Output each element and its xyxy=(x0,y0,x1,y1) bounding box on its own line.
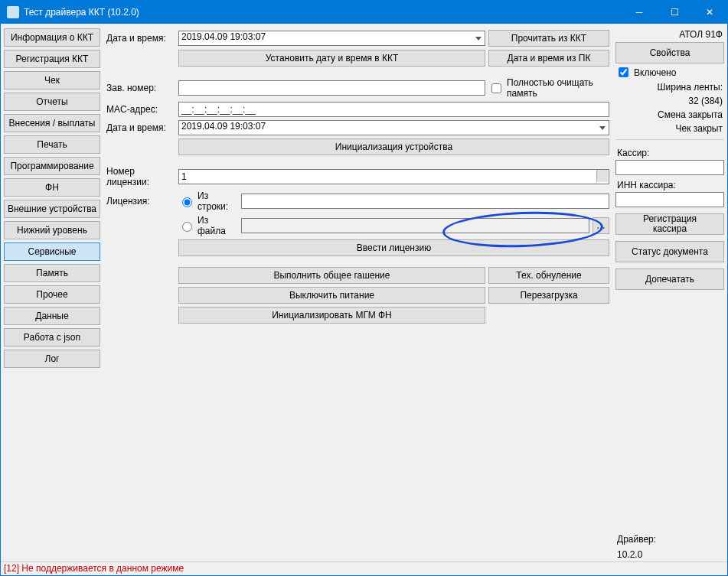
title-bar: Тест драйвера ККТ (10.2.0) ─ ☐ ✕ xyxy=(1,1,727,24)
driver-label: Драйвер: xyxy=(615,534,724,545)
label-license: Лицензия: xyxy=(106,196,175,207)
browse-file-button[interactable]: … xyxy=(593,217,609,234)
datetime-combo-1[interactable]: 2019.04.09 19:03:07 xyxy=(178,31,485,46)
tech-reset-button[interactable]: Тех. обнуление xyxy=(488,267,609,284)
nav-регистрация-ккт[interactable]: Регистрация ККТ xyxy=(4,50,100,68)
nav-лог[interactable]: Лог xyxy=(4,350,100,368)
status-bar: [12] Не поддерживается в данном режиме xyxy=(1,561,727,575)
shift-status: Смена закрыта xyxy=(615,109,724,121)
clear-memory-check[interactable] xyxy=(491,83,501,93)
label-datetime-2: Дата и время: xyxy=(106,122,175,133)
clear-memory-checkbox[interactable]: Полностью очищать память xyxy=(488,77,609,99)
maximize-button[interactable]: ☐ xyxy=(657,1,692,24)
nav-отчеты[interactable]: Отчеты xyxy=(4,93,100,111)
properties-button[interactable]: Свойства xyxy=(615,42,724,63)
nav-внешние-устройства[interactable]: Внешние устройства xyxy=(4,200,100,218)
read-kkt-button[interactable]: Прочитать из ККТ xyxy=(488,30,609,47)
driver-version: 10.2.0 xyxy=(615,549,724,560)
nav-внесения-выплаты[interactable]: Внесения / выплаты xyxy=(4,114,100,132)
tape-width-value: 32 (384) xyxy=(615,95,724,107)
license-no-input[interactable] xyxy=(178,169,609,184)
nav-программирование[interactable]: Программирование xyxy=(4,157,100,175)
init-mgm-fn-button[interactable]: Инициализировать МГМ ФН xyxy=(178,307,485,324)
label-mac: MAC-адрес: xyxy=(106,104,175,115)
init-device-button[interactable]: Инициализация устройства xyxy=(178,138,609,155)
cashier-input[interactable] xyxy=(615,160,724,175)
label-datetime: Дата и время: xyxy=(106,33,175,44)
set-license-button[interactable]: Ввести лицензию xyxy=(178,239,609,256)
license-file-input xyxy=(241,218,589,233)
model-label: АТОЛ 91Ф xyxy=(615,28,724,41)
nav-чек[interactable]: Чек xyxy=(4,71,100,89)
left-nav: Информация о ККТРегистрация ККТЧекОтчеты… xyxy=(4,28,100,560)
window-title: Тест драйвера ККТ (10.2.0) xyxy=(24,7,622,18)
label-serial: Зав. номер: xyxy=(106,83,175,93)
finish-print-button[interactable]: Допечатать xyxy=(615,268,724,290)
main-panel: Дата и время: 2019.04.09 19:03:07 Прочит… xyxy=(103,28,612,560)
minimize-button[interactable]: ─ xyxy=(622,1,657,24)
datetime-combo-2[interactable]: 2019.04.09 19:03:07 xyxy=(178,120,609,135)
cashier-label: Кассир: xyxy=(615,148,724,158)
nav-сервисные[interactable]: Сервисные xyxy=(4,242,100,261)
license-from-file-radio[interactable]: Из файла xyxy=(178,215,238,236)
right-panel: АТОЛ 91Ф Свойства Включено Ширина ленты:… xyxy=(615,28,724,560)
close-button[interactable]: ✕ xyxy=(692,1,727,24)
nav-память[interactable]: Память xyxy=(4,264,100,282)
reboot-button[interactable]: Перезагрузка xyxy=(488,287,609,304)
license-from-string-radio[interactable]: Из строки: xyxy=(178,190,238,212)
power-off-button[interactable]: Выключить питание xyxy=(178,287,485,304)
nav-прочее[interactable]: Прочее xyxy=(4,285,100,304)
nav-нижний-уровень[interactable]: Нижний уровень xyxy=(4,221,100,239)
inn-label: ИНН кассира: xyxy=(615,180,724,190)
nav-информация-о-ккт[interactable]: Информация о ККТ xyxy=(4,28,100,47)
set-datetime-button[interactable]: Установить дату и время в ККТ xyxy=(178,50,485,67)
nav-данные[interactable]: Данные xyxy=(4,307,100,325)
license-string-input[interactable] xyxy=(241,194,609,209)
serial-input[interactable] xyxy=(178,80,485,96)
check-status: Чек закрыт xyxy=(615,122,724,135)
enabled-checkbox[interactable]: Включено xyxy=(615,65,724,80)
inn-input[interactable] xyxy=(615,192,724,207)
general-erase-button[interactable]: Выполнить общее гашение xyxy=(178,267,485,284)
doc-status-button[interactable]: Статус документа xyxy=(615,241,724,262)
tape-width-label: Ширина ленты: xyxy=(615,81,724,93)
app-icon xyxy=(7,6,19,18)
nav-печать[interactable]: Печать xyxy=(4,135,100,154)
mac-input[interactable] xyxy=(178,102,609,117)
datetime-from-pc-button[interactable]: Дата и время из ПК xyxy=(488,50,609,67)
register-cashier-button[interactable]: Регистрация кассира xyxy=(615,213,724,235)
nav-работа-с-json[interactable]: Работа с json xyxy=(4,328,100,347)
nav-фн[interactable]: ФН xyxy=(4,178,100,197)
app-window: Тест драйвера ККТ (10.2.0) ─ ☐ ✕ Информа… xyxy=(0,0,728,576)
label-license-no: Номер лицензии: xyxy=(106,166,175,187)
